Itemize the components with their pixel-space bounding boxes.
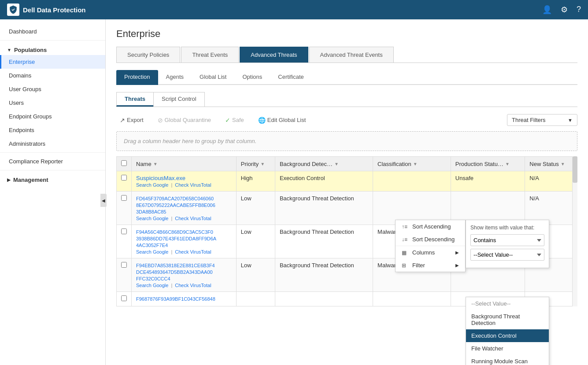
safe-button[interactable]: ✓ Safe — [222, 115, 248, 125]
threat-name-link[interactable]: FD645F3709ACA207D658C0460608E67D0795222A… — [136, 196, 215, 214]
sidebar-item-user-groups[interactable]: User Groups — [0, 82, 105, 96]
row-checkbox[interactable] — [121, 262, 127, 268]
tab-advanced-threat-events[interactable]: Advanced Threat Events — [309, 47, 394, 63]
sidebar-item-compliance-reporter[interactable]: Compliance Reporter — [0, 155, 105, 168]
sidebar-item-enterprise[interactable]: Enterprise — [0, 55, 105, 69]
sidebar-item-endpoints[interactable]: Endpoints — [0, 123, 105, 137]
row-bg-detection-cell: Background Threat Detection — [275, 258, 373, 292]
subtab-global-list[interactable]: Global List — [192, 70, 234, 85]
dropdown-item-running-module-scan[interactable]: Running Module Scan — [466, 355, 549, 365]
sidebar-group-management[interactable]: ▶ Management — [0, 172, 105, 185]
tab-advanced-threats[interactable]: Advanced Threats — [240, 47, 308, 63]
threat-name-link[interactable]: F9687876F93A99BF1C043CF56848 — [136, 296, 215, 302]
populations-arrow-icon: ▼ — [7, 48, 11, 52]
subtab-options[interactable]: Options — [234, 70, 270, 85]
row-checkbox[interactable] — [121, 295, 127, 301]
check-virustotal-link[interactable]: Check VirusTotal — [175, 249, 211, 254]
dropdown-item-background-threat[interactable]: Background Threat Detection — [466, 310, 549, 329]
filter-menuitem[interactable]: ⊞ Filter ▶ — [396, 259, 465, 272]
tab-security-policies[interactable]: Security Policies — [116, 47, 180, 63]
tab-threat-events[interactable]: Threat Events — [181, 47, 239, 63]
sidebar-item-endpoint-groups[interactable]: Endpoint Groups — [0, 110, 105, 123]
vertical-scrollbar[interactable] — [572, 156, 577, 306]
search-google-link[interactable]: Search Google — [136, 249, 168, 254]
dropdown-item-file-watcher[interactable]: File Watcher — [466, 342, 549, 355]
subtab-certificate[interactable]: Certificate — [270, 70, 312, 85]
columns-submenu-arrow-icon: ▶ — [455, 250, 459, 255]
select-all-header[interactable] — [117, 157, 132, 171]
row-checkbox[interactable] — [121, 195, 127, 201]
filter-value-dropdown-list: --Select Value-- Background Threat Detec… — [466, 297, 549, 365]
check-virustotal-link[interactable]: Check VirusTotal — [175, 283, 211, 288]
row-classification-cell — [373, 292, 451, 306]
threat-filters-dropdown[interactable]: Threat Filters ▼ — [507, 114, 577, 126]
main-content: Enterprise Security Policies Threat Even… — [106, 19, 588, 365]
filter-value-select[interactable]: --Select Value-- Background Threat Detec… — [470, 249, 544, 261]
sort-ascending-icon: ↑≡ — [402, 224, 409, 230]
row-name-cell: F9687876F93A99BF1C043CF56848 — [132, 292, 237, 306]
row-checkbox[interactable] — [121, 229, 127, 234]
sidebar-item-administrators[interactable]: Administrators — [0, 137, 105, 151]
filter-submenu-arrow-icon: ▶ — [455, 263, 459, 268]
col-classification[interactable]: Classification ▼ — [373, 157, 451, 171]
search-google-link[interactable]: Search Google — [136, 216, 168, 221]
top-tabs: Security Policies Threat Events Advanced… — [116, 47, 577, 63]
search-google-link[interactable]: Search Google — [136, 182, 168, 188]
sidebar-collapse-button[interactable]: ◀ — [100, 194, 107, 207]
user-icon[interactable]: 👤 — [542, 5, 552, 15]
bg-detect-sort-icon: ▼ — [334, 162, 339, 166]
subtab-protection[interactable]: Protection — [116, 70, 158, 85]
management-arrow-icon: ▶ — [7, 177, 11, 182]
edit-global-list-button[interactable]: 🌐 Edit Global List — [255, 115, 309, 125]
sort-descending-menuitem[interactable]: ↓≡ Sort Descending — [396, 233, 465, 246]
row-priority-cell — [236, 292, 275, 306]
columns-menuitem[interactable]: ▦ Columns ▶ — [396, 246, 465, 259]
threat-name-link[interactable]: F94A56C4B66C868D9C3AC5C3F03938B86DD7E43F… — [136, 229, 216, 248]
sidebar-item-dashboard[interactable]: Dashboard — [0, 25, 105, 38]
name-sort-icon: ▼ — [153, 162, 158, 166]
classification-sort-icon: ▼ — [413, 162, 418, 166]
dropdown-item-header[interactable]: --Select Value-- — [466, 297, 549, 310]
shield-icon — [7, 4, 19, 16]
scrollbar-thumb[interactable] — [573, 156, 577, 183]
row-priority-cell: High — [236, 171, 275, 192]
check-virustotal-link[interactable]: Check VirusTotal — [175, 182, 211, 188]
export-button[interactable]: ↗ Export — [116, 115, 147, 125]
inner-tabs: Threats Script Control — [116, 92, 577, 107]
check-virustotal-link[interactable]: Check VirusTotal — [175, 216, 211, 221]
sidebar-group-populations[interactable]: ▼ Populations — [0, 42, 105, 55]
row-checkbox-cell[interactable] — [117, 171, 132, 192]
col-name[interactable]: Name ▼ — [132, 157, 237, 171]
global-quarantine-button[interactable]: ⊘ Global Quarantine — [154, 115, 215, 125]
row-checkbox-cell[interactable] — [117, 258, 132, 292]
innertab-threats[interactable]: Threats — [116, 92, 154, 107]
select-all-checkbox[interactable] — [121, 160, 127, 166]
page-title: Enterprise — [116, 28, 577, 40]
col-priority[interactable]: Priority ▼ — [236, 157, 275, 171]
sub-tabs: Protection Agents Global List Options Ce… — [116, 70, 577, 85]
dropdown-item-execution-control[interactable]: Execution Control — [466, 329, 549, 342]
row-checkbox[interactable] — [121, 175, 127, 181]
table-row: SuspiciousMax.exe Search Google | Check … — [117, 171, 577, 192]
threat-name-link[interactable]: SuspiciousMax.exe — [136, 175, 185, 181]
row-checkbox-cell[interactable] — [117, 192, 132, 225]
col-background-detection[interactable]: Background Detec… ▼ — [275, 157, 373, 171]
row-checkbox-cell[interactable] — [117, 225, 132, 258]
sort-ascending-menuitem[interactable]: ↑≡ Sort Ascending — [396, 220, 465, 233]
sidebar-item-users[interactable]: Users — [0, 96, 105, 110]
subtab-agents[interactable]: Agents — [158, 70, 192, 85]
row-name-cell: FD645F3709ACA207D658C0460608E67D0795222A… — [132, 192, 237, 225]
settings-icon[interactable]: ⚙ — [561, 5, 568, 15]
row-checkbox-cell[interactable] — [117, 292, 132, 306]
safe-icon: ✓ — [225, 117, 230, 124]
help-icon[interactable]: ? — [577, 5, 581, 15]
row-production-status-cell: Unsafe — [451, 171, 525, 192]
col-production-status[interactable]: Production Statu… ▼ — [451, 157, 525, 171]
sidebar-item-domains[interactable]: Domains — [0, 69, 105, 82]
col-new-status[interactable]: New Status ▼ — [525, 157, 577, 171]
innertab-script-control[interactable]: Script Control — [153, 92, 205, 107]
app-logo: Dell Data Protection — [7, 4, 542, 16]
filter-condition-select[interactable]: Contains — [470, 234, 544, 246]
threat-name-link[interactable]: F94EBD7A853818E2E881CE6B3F4DCE454893647D… — [136, 263, 215, 281]
search-google-link[interactable]: Search Google — [136, 283, 168, 288]
